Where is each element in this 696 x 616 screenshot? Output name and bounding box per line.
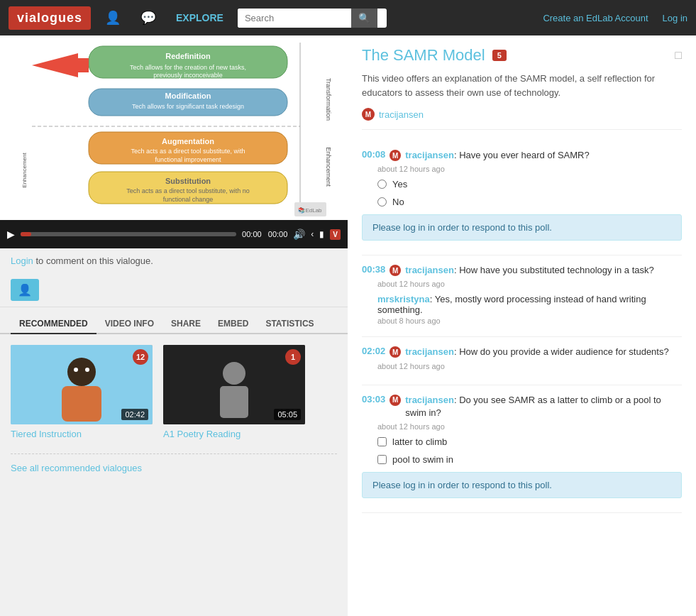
- comment-header-1: 00:08 M tracijansen: Have you ever heard…: [362, 149, 682, 162]
- comment-header-3: 02:02 M tracijansen: How do you provide …: [362, 346, 682, 358]
- svg-text:Tech acts as a direct tool sub: Tech acts as a direct tool substitute, w…: [126, 187, 250, 194]
- vialogue-description: This video offers an explanation of the …: [362, 72, 682, 99]
- samr-diagram: Transformation Enhancement Redefinition …: [11, 35, 337, 220]
- logo[interactable]: vialogues: [9, 6, 91, 30]
- user-icon[interactable]: 👤: [99, 7, 126, 28]
- svg-text:📚EdLab: 📚EdLab: [298, 207, 322, 214]
- main-layout: Transformation Enhancement Redefinition …: [0, 35, 696, 616]
- svg-text:Augmentation: Augmentation: [162, 137, 214, 145]
- svg-text:Tech allows for significant ta: Tech allows for significant task redesig…: [132, 103, 244, 110]
- video-container: Transformation Enhancement Redefinition …: [0, 35, 348, 248]
- settings-gear-icon[interactable]: □: [675, 49, 682, 62]
- brand-logo-small: V: [330, 229, 341, 240]
- author-badge: M: [362, 108, 375, 121]
- see-all-link[interactable]: See all recommended vialogues: [11, 453, 337, 473]
- progress-bar[interactable]: [21, 232, 236, 236]
- svg-text:Transformation: Transformation: [325, 78, 332, 121]
- tab-share[interactable]: SHARE: [162, 314, 209, 334]
- comment-count-badge: 5: [492, 50, 507, 61]
- time-current: 00:00: [242, 230, 262, 238]
- svg-text:Modification: Modification: [165, 92, 211, 100]
- login-link-video[interactable]: Login: [11, 255, 33, 266]
- vialogue-title: The SAMR Model: [362, 46, 485, 65]
- progress-fill: [21, 232, 31, 236]
- right-panel: The SAMR Model 5 □ This video offers an …: [348, 35, 696, 616]
- messages-icon[interactable]: 💬: [135, 7, 162, 28]
- search-bar: 🔍: [238, 9, 387, 28]
- poll-login-notice-2: Please log in in order to respond to thi…: [362, 472, 682, 498]
- radio-yes[interactable]: [377, 180, 387, 189]
- search-button[interactable]: 🔍: [351, 9, 377, 28]
- rec-card-2[interactable]: 1 05:05 A1 Poetry Reading: [163, 345, 305, 439]
- poll-option-latter[interactable]: latter to climb: [377, 436, 682, 447]
- top-navigation: vialogues 👤 💬 EXPLORE 🔍 Create an EdLab …: [0, 0, 696, 35]
- comment-icon-area: 👤: [0, 273, 348, 307]
- add-comment-button[interactable]: 👤: [11, 279, 39, 301]
- time-display: 00:00 00:00: [242, 230, 287, 238]
- comment-meta-3: about 12 hours ago: [362, 362, 682, 370]
- checkbox-pool[interactable]: [377, 455, 387, 464]
- tabs-bar: RECOMMENDED VIDEO INFO SHARE EMBED STATI…: [0, 307, 348, 334]
- svg-point-27: [74, 368, 78, 372]
- comment-author-1[interactable]: tracijansen: [405, 150, 454, 160]
- svg-text:previously inconceivable: previously inconceivable: [153, 72, 223, 79]
- comment-item-4: 03:03 M tracijansen: Do you see SAMR as …: [362, 385, 682, 513]
- comment-item-3: 02:02 M tracijansen: How do you provide …: [362, 337, 682, 385]
- video-controls: ▶ 00:00 00:00 🔊 ‹ ▮ V: [0, 220, 348, 248]
- rec-title-2[interactable]: A1 Poetry Reading: [163, 429, 305, 439]
- comment-text-1: tracijansen: Have you ever heard of SAMR…: [405, 149, 589, 162]
- vialogue-title-row: The SAMR Model 5: [362, 46, 507, 65]
- video-image: Transformation Enhancement Redefinition …: [0, 35, 348, 220]
- comment-author-4[interactable]: tracijansen: [405, 395, 454, 405]
- recommended-section: 12 02:42 Tiered Instruction 1: [0, 334, 348, 484]
- comment-meta-1: about 12 hours ago: [362, 165, 682, 173]
- rec-badge-1: 12: [133, 349, 148, 365]
- author-row: M tracijansen: [362, 108, 682, 130]
- reply-1: mrskristyna: Yes, mostly word processing…: [362, 294, 682, 325]
- create-account-link[interactable]: Create an EdLab Account: [543, 13, 648, 23]
- comment-text-3: tracijansen: How do you provide a wider …: [405, 346, 668, 358]
- tab-embed[interactable]: EMBED: [209, 314, 257, 334]
- settings-icon[interactable]: ▮: [319, 229, 324, 239]
- poll-login-notice-1: Please log in in order to respond to thi…: [362, 214, 682, 241]
- poll-option-yes[interactable]: Yes: [377, 179, 682, 189]
- svg-text:Enhancement: Enhancement: [21, 153, 28, 188]
- time-total: 00:00: [268, 230, 288, 238]
- tab-recommended[interactable]: RECOMMENDED: [11, 314, 96, 334]
- svg-text:functional change: functional change: [163, 196, 214, 203]
- comment-thread: 00:08 M tracijansen: Have you ever heard…: [362, 141, 682, 513]
- poll-option-no[interactable]: No: [377, 197, 682, 207]
- tab-statistics[interactable]: STATISTICS: [257, 314, 322, 334]
- rec-badge-2: 1: [285, 349, 301, 365]
- search-input[interactable]: [238, 9, 351, 28]
- nav-right: Create an EdLab Account Log in: [543, 13, 687, 23]
- tab-video-info[interactable]: VIDEO INFO: [96, 314, 162, 334]
- svg-rect-26: [62, 386, 101, 422]
- rec-card-1[interactable]: 12 02:42 Tiered Instruction: [11, 345, 153, 439]
- login-notice-text: to comment on this vialogue.: [35, 255, 153, 266]
- rec-grid: 12 02:42 Tiered Instruction 1: [11, 345, 337, 439]
- login-notice: Login to comment on this vialogue.: [0, 248, 348, 273]
- comment-author-2[interactable]: tracijansen: [405, 265, 454, 275]
- rec-thumb-1: 12 02:42: [11, 345, 153, 424]
- checkbox-latter[interactable]: [377, 437, 387, 446]
- volume-icon[interactable]: 🔊: [293, 229, 305, 240]
- reply-author-1[interactable]: mrskristyna: [377, 294, 430, 304]
- poll-option-pool[interactable]: pool to swim in: [377, 454, 682, 465]
- rewind-icon[interactable]: ‹: [311, 229, 314, 239]
- login-link[interactable]: Log in: [663, 13, 687, 23]
- comment-timestamp-3[interactable]: 02:02: [362, 346, 385, 356]
- radio-no[interactable]: [377, 197, 387, 207]
- comment-header-4: 03:03 M tracijansen: Do you see SAMR as …: [362, 394, 682, 419]
- comment-timestamp-2[interactable]: 00:38: [362, 264, 385, 275]
- play-button[interactable]: ▶: [7, 229, 15, 240]
- rec-title-1[interactable]: Tiered Instruction: [11, 429, 153, 439]
- comment-author-3[interactable]: tracijansen: [405, 346, 454, 357]
- reply-text-1: mrskristyna: Yes, mostly word processing…: [377, 294, 682, 315]
- author-name[interactable]: tracijansen: [379, 109, 424, 120]
- comment-timestamp-1[interactable]: 00:08: [362, 149, 385, 160]
- explore-link[interactable]: EXPLORE: [170, 9, 229, 26]
- svg-point-25: [67, 358, 96, 386]
- poll-options-1: Yes No: [362, 179, 682, 207]
- comment-timestamp-4[interactable]: 03:03: [362, 394, 385, 405]
